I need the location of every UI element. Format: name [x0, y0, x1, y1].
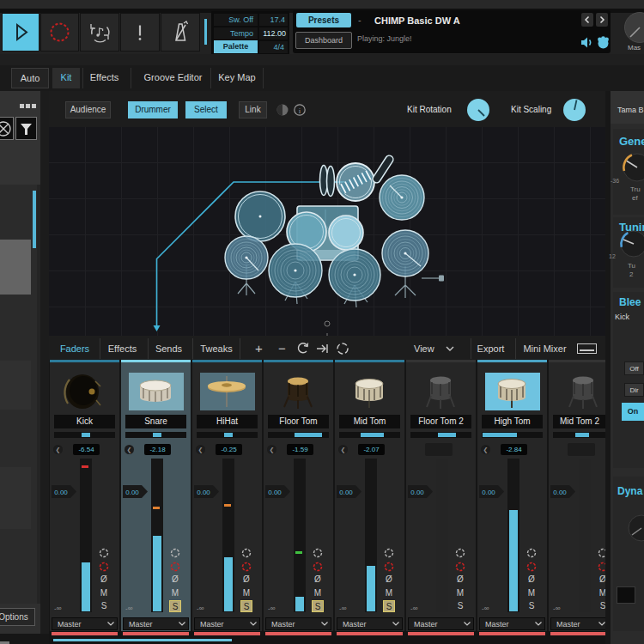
svg-text:0.00: 0.00	[410, 489, 424, 496]
svg-text:0.00: 0.00	[339, 489, 353, 496]
svg-text:0.00: 0.00	[197, 489, 210, 496]
svg-text:0.00: 0.00	[125, 489, 139, 496]
svg-text:0.00: 0.00	[54, 489, 68, 496]
svg-text:0.00: 0.00	[482, 489, 495, 496]
svg-text:0.00: 0.00	[553, 489, 567, 496]
svg-text:i: i	[299, 106, 301, 115]
svg-text:0.00: 0.00	[268, 489, 282, 496]
